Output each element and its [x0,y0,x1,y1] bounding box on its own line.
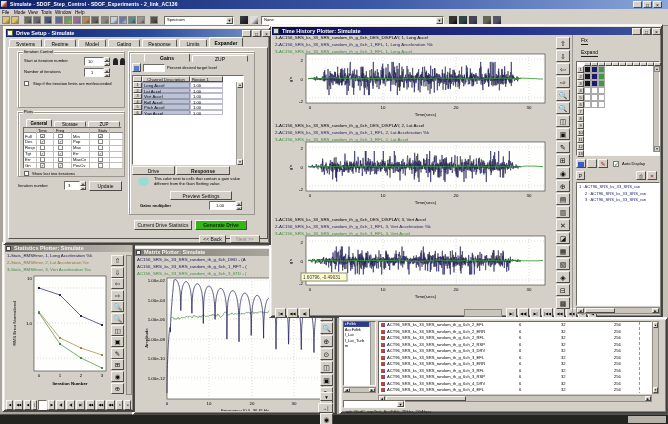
svg-text:Iteration Number: Iteration Number [52,381,87,386]
svg-text:0: 0 [301,259,304,264]
svg-text:20: 20 [250,401,255,406]
svg-text:0: 0 [301,77,304,82]
svg-text:1.00e-12: 1.00e-12 [148,376,166,381]
svg-text:2: 2 [301,240,304,245]
svg-text:Time(secs): Time(secs) [415,294,437,299]
svg-text:1.60796, -0.49031: 1.60796, -0.49031 [303,275,341,280]
svg-text:g's: g's [288,76,293,82]
svg-text:0: 0 [38,373,41,378]
svg-text:-2: -2 [299,99,303,104]
svg-text:10: 10 [381,193,386,198]
svg-text:1.00e-08: 1.00e-08 [148,337,166,342]
svg-text:2: 2 [301,58,304,63]
svg-text:1.00e-02: 1.00e-02 [148,278,166,283]
svg-text:1: 1 [59,373,62,378]
svg-text:30: 30 [527,105,532,110]
svg-text:10: 10 [381,287,386,292]
svg-text:10: 10 [381,105,386,110]
svg-text:RMS Error Normalized: RMS Error Normalized [12,301,17,346]
svg-text:20: 20 [454,287,459,292]
svg-text:30: 30 [527,193,532,198]
svg-text:2: 2 [301,146,304,151]
svg-text:g's: g's [288,164,293,170]
svg-text:20: 20 [454,105,459,110]
svg-text:0: 0 [309,287,312,292]
svg-text:g's: g's [288,258,293,264]
svg-text:2: 2 [80,373,83,378]
svg-text:30: 30 [292,401,297,406]
svg-text:1.00e-10: 1.00e-10 [148,356,166,361]
svg-text:Time(secs): Time(secs) [415,200,437,205]
svg-text:-2: -2 [299,281,303,286]
svg-text:30: 30 [527,287,532,292]
svg-text:0: 0 [166,401,169,406]
svg-text:10: 10 [207,401,212,406]
svg-text:Time(secs): Time(secs) [415,112,437,117]
svg-text:Frequency [0 0, 36.6] Hz: Frequency [0 0, 36.6] Hz [221,408,269,411]
svg-text:10: 10 [27,276,32,281]
svg-text:1.00e-06: 1.00e-06 [148,317,166,322]
svg-text:1.00e-04: 1.00e-04 [148,298,166,303]
svg-text:0: 0 [309,105,312,110]
svg-text:20: 20 [454,193,459,198]
svg-text:3: 3 [101,373,104,378]
svg-text:-2: -2 [299,187,303,192]
svg-text:0: 0 [301,165,304,170]
svg-text:1.0: 1.0 [26,321,33,326]
svg-text:0: 0 [309,193,312,198]
svg-text:Amplitude: Amplitude [144,328,149,348]
